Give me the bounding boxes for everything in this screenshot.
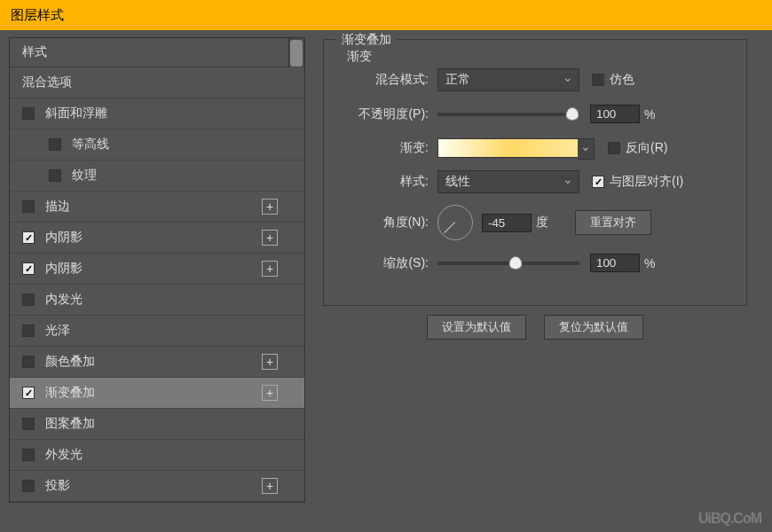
fieldset-subtitle: 渐变 xyxy=(347,49,372,65)
dialog-title: 图层样式 xyxy=(11,7,64,24)
angle-unit: 度 xyxy=(536,215,548,231)
scale-label: 缩放(S): xyxy=(340,255,437,271)
opacity-label: 不透明度(P): xyxy=(340,106,437,122)
slider-thumb-icon[interactable] xyxy=(509,256,523,270)
reverse-checkbox[interactable]: 反向(R) xyxy=(608,140,667,156)
fieldset-title: 渐变叠加 xyxy=(336,32,397,48)
checkbox-icon xyxy=(608,142,620,154)
style-item-label: 光泽 xyxy=(45,323,70,339)
opacity-input[interactable] xyxy=(590,105,640,123)
style-item-label: 颜色叠加 xyxy=(45,354,95,370)
blending-options-item[interactable]: 混合选项 xyxy=(10,67,304,98)
style-item[interactable]: 内发光 xyxy=(10,285,304,316)
styles-list: 样式 混合选项 斜面和浮雕等高线纹理描边+内阴影+内阴影+内发光光泽颜色叠加+渐… xyxy=(9,37,305,503)
checkbox-icon[interactable] xyxy=(22,387,35,399)
style-item-label: 投影 xyxy=(45,478,70,494)
angle-label: 角度(N): xyxy=(340,215,437,231)
scale-input[interactable] xyxy=(590,254,640,272)
checkbox-icon[interactable] xyxy=(49,169,61,182)
angle-dial[interactable] xyxy=(437,205,473,240)
plus-icon[interactable]: + xyxy=(262,478,278,494)
style-item[interactable]: 渐变叠加+ xyxy=(10,378,304,409)
plus-icon[interactable]: + xyxy=(262,261,278,277)
opacity-slider[interactable] xyxy=(437,113,579,116)
style-item-label: 描边 xyxy=(45,199,70,215)
checkbox-icon[interactable] xyxy=(22,107,35,120)
blend-mode-label: 混合模式: xyxy=(340,72,437,88)
reset-default-button[interactable]: 复位为默认值 xyxy=(544,315,643,340)
style-item[interactable]: 描边+ xyxy=(10,192,304,223)
checkbox-icon[interactable] xyxy=(22,418,35,430)
checkbox-icon[interactable] xyxy=(22,325,35,337)
settings-panel: 渐变叠加 渐变 混合模式: 正常 仿色 不透明度(P): xyxy=(312,30,758,532)
dialog-content: 样式 混合选项 斜面和浮雕等高线纹理描边+内阴影+内阴影+内发光光泽颜色叠加+渐… xyxy=(0,30,772,532)
dialog-title-bar: 图层样式 xyxy=(0,0,772,30)
scale-unit: % xyxy=(644,256,655,270)
style-item-label: 纹理 xyxy=(72,168,97,184)
slider-thumb-icon[interactable] xyxy=(566,107,579,121)
plus-icon[interactable]: + xyxy=(262,354,278,370)
angle-hand-icon xyxy=(444,222,455,233)
style-item-label: 斜面和浮雕 xyxy=(45,106,107,121)
checkbox-icon[interactable] xyxy=(49,138,61,151)
blend-mode-select[interactable]: 正常 xyxy=(437,68,579,91)
style-item[interactable]: 等高线 xyxy=(10,129,304,160)
gradient-label: 渐变: xyxy=(340,140,437,156)
plus-icon[interactable]: + xyxy=(262,199,278,215)
style-item-label: 等高线 xyxy=(72,137,109,153)
style-item-label: 图案叠加 xyxy=(45,416,95,432)
styles-sidebar: 样式 混合选项 斜面和浮雕等高线纹理描边+内阴影+内阴影+内发光光泽颜色叠加+渐… xyxy=(0,30,312,532)
angle-input[interactable] xyxy=(482,214,532,232)
style-label: 样式: xyxy=(340,174,437,190)
style-item-label: 外发光 xyxy=(45,447,83,463)
style-item[interactable]: 投影+ xyxy=(10,471,304,502)
checkbox-icon[interactable] xyxy=(22,293,35,306)
checkbox-icon[interactable] xyxy=(22,262,35,275)
checkbox-icon xyxy=(592,176,604,188)
opacity-unit: % xyxy=(644,107,655,121)
scale-slider[interactable] xyxy=(437,262,579,265)
dither-checkbox[interactable]: 仿色 xyxy=(592,72,634,88)
checkbox-icon[interactable] xyxy=(22,449,35,461)
checkbox-icon xyxy=(592,74,604,86)
style-item[interactable]: 斜面和浮雕 xyxy=(10,98,304,129)
style-item[interactable]: 内阴影+ xyxy=(10,223,304,254)
checkbox-icon[interactable] xyxy=(22,231,35,244)
plus-icon[interactable]: + xyxy=(262,385,278,401)
style-item-label: 内阴影 xyxy=(45,230,83,246)
plus-icon[interactable]: + xyxy=(262,230,278,246)
gradient-picker[interactable] xyxy=(437,138,579,158)
watermark: UiBQ.CoM xyxy=(698,511,761,527)
style-item[interactable]: 图案叠加 xyxy=(10,409,304,440)
style-item-label: 内阴影 xyxy=(45,261,83,277)
checkbox-icon[interactable] xyxy=(22,356,35,368)
styles-header[interactable]: 样式 xyxy=(10,38,304,67)
style-item-label: 渐变叠加 xyxy=(45,385,95,401)
gradient-overlay-fieldset: 渐变叠加 渐变 混合模式: 正常 仿色 不透明度(P): xyxy=(323,39,747,306)
style-item-label: 内发光 xyxy=(45,292,83,308)
default-buttons-row: 设置为默认值 复位为默认值 xyxy=(323,315,747,340)
scrollbar-thumb[interactable] xyxy=(290,40,303,66)
style-item[interactable]: 光泽 xyxy=(10,316,304,347)
reset-align-button[interactable]: 重置对齐 xyxy=(575,210,651,235)
style-item[interactable]: 颜色叠加+ xyxy=(10,347,304,378)
checkbox-icon[interactable] xyxy=(22,480,35,492)
right-rail xyxy=(758,30,772,532)
checkbox-icon[interactable] xyxy=(22,200,35,213)
style-item[interactable]: 纹理 xyxy=(10,160,304,192)
set-default-button[interactable]: 设置为默认值 xyxy=(427,315,526,340)
style-item[interactable]: 外发光 xyxy=(10,440,304,471)
style-select[interactable]: 线性 xyxy=(437,170,579,193)
align-checkbox[interactable]: 与图层对齐(I) xyxy=(592,174,683,190)
style-item[interactable]: 内阴影+ xyxy=(10,254,304,285)
